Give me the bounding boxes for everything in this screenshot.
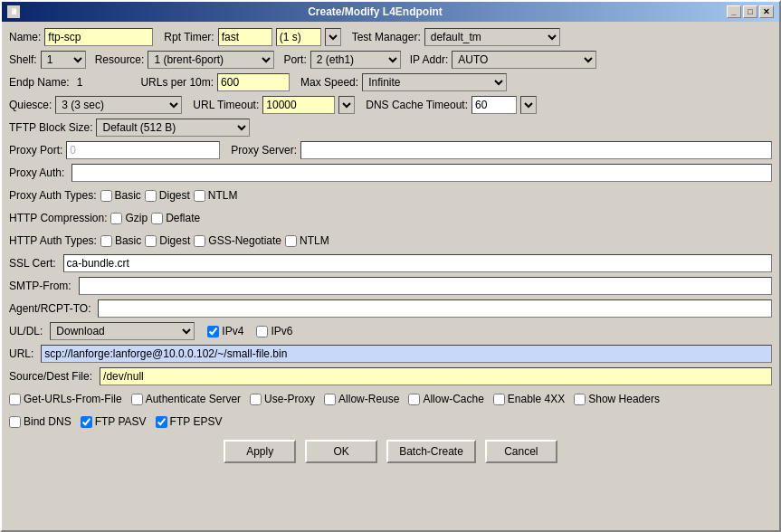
http-digest-option[interactable]: Digest: [145, 234, 190, 247]
http-ntlm-option[interactable]: NTLM: [285, 234, 329, 247]
gzip-checkbox[interactable]: [110, 213, 122, 224]
ul-dl-select[interactable]: Download Upload: [50, 322, 195, 340]
url-timeout-input[interactable]: [262, 96, 335, 114]
ipv4-option[interactable]: IPv4: [207, 325, 243, 337]
ok-button[interactable]: OK: [305, 440, 377, 463]
agent-rcpt-label: Agent/RCPT-TO:: [9, 302, 90, 315]
ipv6-label: IPv6: [271, 325, 292, 337]
auth-server-option[interactable]: Authenticate Server: [131, 393, 241, 405]
port-select[interactable]: 2 (eth1): [310, 51, 401, 69]
enable-4xx-option[interactable]: Enable 4XX: [493, 393, 565, 405]
url-label: URL:: [9, 347, 33, 360]
apply-button[interactable]: Apply: [224, 440, 296, 463]
bind-dns-option[interactable]: Bind DNS: [9, 415, 71, 428]
shelf-select[interactable]: 1: [41, 51, 86, 69]
max-speed-select[interactable]: Infinite: [362, 73, 507, 91]
use-proxy-option[interactable]: Use-Proxy: [250, 393, 315, 405]
proxy-ntlm-option[interactable]: NTLM: [194, 189, 238, 202]
use-proxy-checkbox[interactable]: [250, 394, 262, 405]
rpt-timer-label: Rpt Timer:: [164, 31, 214, 43]
source-dest-input[interactable]: [100, 367, 772, 385]
smtp-from-label: SMTP-From:: [9, 280, 71, 292]
allow-cache-checkbox[interactable]: [408, 394, 420, 405]
ipv6-option[interactable]: IPv6: [256, 325, 292, 337]
proxy-digest-option[interactable]: Digest: [145, 189, 190, 202]
row-proxy-port: Proxy Port: Proxy Server:: [9, 140, 772, 160]
dns-cache-timeout-select[interactable]: [520, 96, 537, 114]
dns-cache-timeout-input[interactable]: [471, 96, 517, 114]
gss-checkbox[interactable]: [194, 235, 205, 247]
row-name: Name: ftp-scp Rpt Timer: fast (1 s) Test…: [9, 27, 772, 47]
ftp-epsv-option[interactable]: FTP EPSV: [156, 415, 223, 428]
button-row: Apply OK Batch-Create Cancel: [9, 434, 772, 467]
proxy-basic-option[interactable]: Basic: [100, 189, 141, 202]
batch-create-button[interactable]: Batch-Create: [386, 440, 476, 463]
maximize-button[interactable]: □: [743, 5, 757, 18]
minimize-button[interactable]: _: [727, 5, 741, 18]
ip-addr-select[interactable]: AUTO: [452, 51, 596, 69]
allow-cache-option[interactable]: Allow-Cache: [408, 393, 483, 405]
row-quiesce: Quiesce: 3 (3 sec) URL Timeout: DNS Cach…: [9, 95, 772, 115]
ssl-cert-input[interactable]: [63, 254, 772, 272]
proxy-digest-checkbox[interactable]: [145, 190, 157, 202]
auth-server-checkbox[interactable]: [131, 394, 143, 405]
allow-reuse-checkbox[interactable]: [324, 394, 336, 405]
urls-per-10m-input[interactable]: [217, 73, 290, 91]
http-ntlm-label: NTLM: [300, 234, 329, 247]
deflate-option[interactable]: Deflate: [151, 212, 200, 224]
url-input[interactable]: [41, 345, 772, 363]
show-headers-option[interactable]: Show Headers: [574, 393, 660, 405]
row-checkboxes-1: Get-URLs-From-File Authenticate Server U…: [9, 389, 772, 409]
proxy-auth-input[interactable]: [71, 164, 772, 182]
row-tftp: TFTP Block Size: Default (512 B): [9, 118, 772, 138]
http-digest-checkbox[interactable]: [145, 235, 157, 247]
show-headers-checkbox[interactable]: [574, 394, 586, 405]
test-manager-select[interactable]: default_tm: [424, 28, 560, 46]
ssl-cert-label: SSL Cert:: [9, 257, 56, 270]
name-input[interactable]: ftp-scp: [44, 28, 153, 46]
get-urls-label: Get-URLs-From-File: [24, 393, 122, 405]
endp-name-label: Endp Name:: [9, 76, 70, 89]
quiesce-select[interactable]: 3 (3 sec): [55, 96, 182, 114]
get-urls-option[interactable]: Get-URLs-From-File: [9, 393, 122, 405]
cancel-button[interactable]: Cancel: [485, 440, 557, 463]
rpt-timer-input[interactable]: fast: [218, 28, 272, 46]
dns-cache-timeout-label: DNS Cache Timeout:: [366, 99, 468, 111]
port-label: Port:: [283, 53, 306, 66]
proxy-port-input[interactable]: [66, 141, 220, 159]
proxy-server-input[interactable]: [300, 141, 772, 159]
http-basic-checkbox[interactable]: [100, 235, 112, 247]
gss-option[interactable]: GSS-Negotiate: [194, 234, 281, 247]
ftp-epsv-checkbox[interactable]: [156, 416, 167, 428]
agent-rcpt-input[interactable]: [98, 299, 772, 318]
close-button[interactable]: ✕: [759, 5, 774, 18]
http-ntlm-checkbox[interactable]: [285, 235, 297, 247]
tftp-block-size-select[interactable]: Default (512 B): [96, 119, 250, 137]
ip-addr-label: IP Addr:: [410, 53, 448, 66]
proxy-basic-checkbox[interactable]: [100, 190, 112, 202]
row-smtp-from: SMTP-From:: [9, 276, 772, 296]
ftp-pasv-checkbox[interactable]: [81, 416, 92, 428]
allow-reuse-option[interactable]: Allow-Reuse: [324, 393, 399, 405]
gzip-option[interactable]: Gzip: [110, 212, 148, 224]
ftp-pasv-option[interactable]: FTP PASV: [81, 415, 147, 428]
proxy-ntlm-label: NTLM: [208, 189, 238, 202]
row-proxy-auth: Proxy Auth:: [9, 163, 772, 183]
row-ul-dl: UL/DL: Download Upload IPv4 IPv6: [9, 321, 772, 341]
rpt-timer-select[interactable]: [325, 28, 341, 46]
proxy-ntlm-checkbox[interactable]: [194, 190, 205, 202]
url-timeout-select[interactable]: [338, 96, 355, 114]
ul-dl-label: UL/DL:: [9, 325, 43, 337]
row-http-compression: HTTP Compression: Gzip Deflate: [9, 208, 772, 228]
enable-4xx-checkbox[interactable]: [493, 394, 505, 405]
http-basic-option[interactable]: Basic: [100, 234, 141, 247]
ipv6-checkbox[interactable]: [256, 326, 268, 337]
get-urls-checkbox[interactable]: [9, 394, 21, 405]
smtp-from-input[interactable]: [79, 277, 772, 295]
bind-dns-checkbox[interactable]: [9, 416, 21, 428]
row-source-dest: Source/Dest File:: [9, 366, 772, 386]
deflate-checkbox[interactable]: [151, 213, 163, 224]
ipv4-checkbox[interactable]: [207, 326, 219, 337]
form-content: Name: ftp-scp Rpt Timer: fast (1 s) Test…: [2, 22, 779, 530]
resource-select[interactable]: 1 (brent-6port): [148, 51, 274, 69]
